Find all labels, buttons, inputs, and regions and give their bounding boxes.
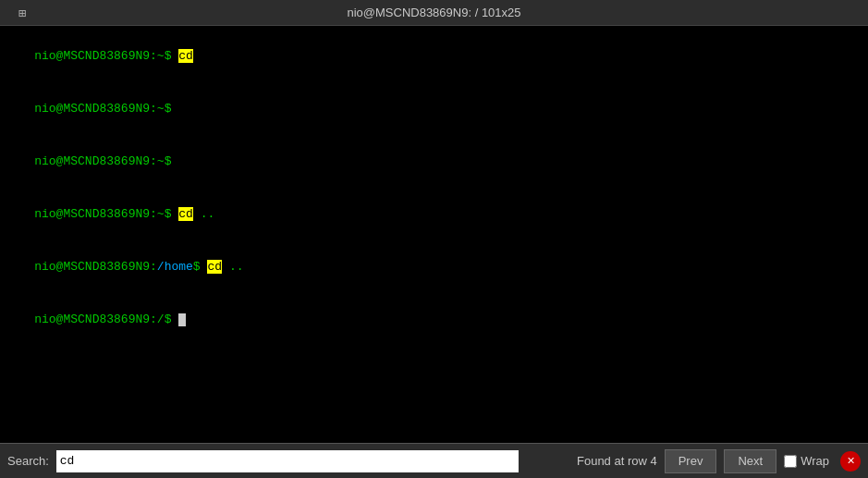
prompt-5-path: /home xyxy=(157,260,193,274)
prev-button[interactable]: Prev xyxy=(665,449,717,473)
cmd-highlight-4a: cd xyxy=(178,207,193,221)
prompt-1: nio@MSCND83869N9:~$ xyxy=(34,49,178,63)
prompt-4: nio@MSCND83869N9:~$ xyxy=(34,207,178,221)
terminal-icon: ⊞ xyxy=(13,4,31,22)
terminal-line-6: nio@MSCND83869N9:/$ xyxy=(6,293,862,346)
search-label: Search: xyxy=(7,454,49,468)
terminal-line-3: nio@MSCND83869N9:~$ xyxy=(6,135,862,188)
search-bar: Search: Found at row 4 Prev Next Wrap xyxy=(0,443,868,478)
cmd-highlight-1: cd xyxy=(178,49,193,63)
terminal-cursor xyxy=(178,313,186,326)
cmd-highlight-5a: cd xyxy=(207,260,222,274)
terminal-line-1: nio@MSCND83869N9:~$ cd xyxy=(6,30,862,82)
terminal-line-5: nio@MSCND83869N9:/home$ cd .. xyxy=(6,240,862,293)
terminal-line-4: nio@MSCND83869N9:~$ cd .. xyxy=(6,188,862,240)
titlebar-title: nio@MSCND83869N9: / 101x25 xyxy=(347,6,520,19)
found-status: Found at row 4 xyxy=(577,454,657,468)
prompt-5-user: nio@MSCND83869N9: xyxy=(34,260,157,274)
cmd-5b: .. xyxy=(222,260,243,274)
next-button[interactable]: Next xyxy=(724,449,776,473)
titlebar: ⊞ nio@MSCND83869N9: / 101x25 xyxy=(0,0,868,26)
terminal-line-2: nio@MSCND83869N9:~$ xyxy=(6,82,862,135)
prompt-3: nio@MSCND83869N9:~$ xyxy=(34,154,171,168)
close-search-button[interactable] xyxy=(840,451,861,472)
terminal-area[interactable]: nio@MSCND83869N9:~$ cd nio@MSCND83869N9:… xyxy=(0,26,868,443)
prompt-6: nio@MSCND83869N9:/$ xyxy=(34,313,178,326)
prompt-2: nio@MSCND83869N9:~$ xyxy=(34,102,171,116)
search-input[interactable] xyxy=(56,450,519,472)
wrap-label: Wrap xyxy=(801,454,829,468)
prompt-5-dollar: $ xyxy=(193,260,208,274)
wrap-checkbox[interactable] xyxy=(784,455,797,468)
cmd-4b: .. xyxy=(193,207,214,221)
wrap-container: Wrap xyxy=(784,454,829,468)
